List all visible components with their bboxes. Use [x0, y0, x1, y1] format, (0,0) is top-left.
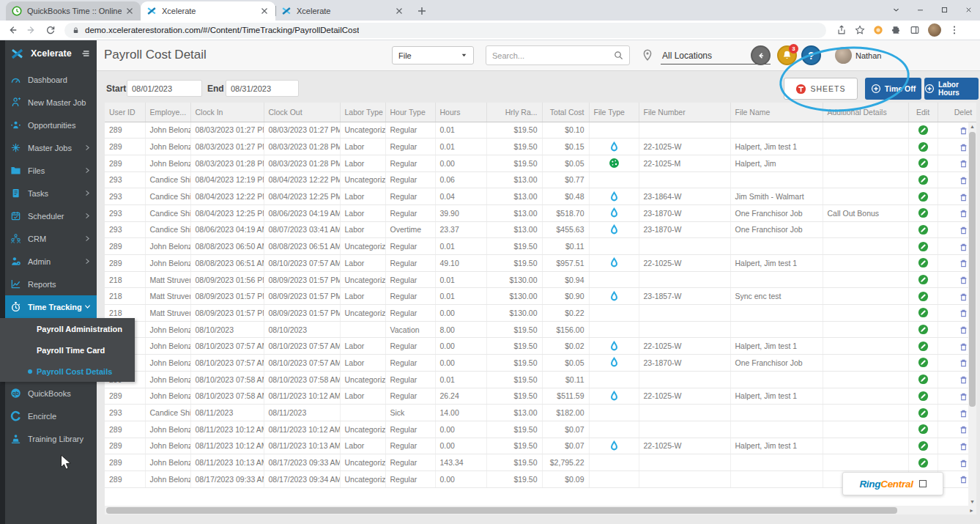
ringcentral-checkbox[interactable] — [919, 480, 927, 487]
delete-icon[interactable] — [958, 407, 969, 418]
edit-icon[interactable] — [918, 374, 929, 385]
sidebar-item-crm[interactable]: CRM — [0, 227, 97, 250]
start-date-input[interactable] — [127, 80, 202, 97]
edit-icon[interactable] — [918, 158, 929, 169]
sidebar-item-training-library[interactable]: Training Library — [0, 427, 97, 450]
sidebar-item-quickbooks[interactable]: qb QuickBooks — [0, 382, 97, 405]
sidebar-item-reports[interactable]: Reports — [0, 273, 97, 295]
sidebar-item-admin[interactable]: Admin — [0, 250, 97, 273]
column-header-hours[interactable]: Hours — [435, 103, 486, 122]
edit-icon[interactable] — [918, 407, 929, 418]
hamburger-menu-icon[interactable] — [81, 49, 91, 58]
column-header-employe[interactable]: Employe... — [145, 103, 190, 122]
delete-icon[interactable] — [958, 158, 969, 169]
browser-menu-icon[interactable] — [949, 25, 959, 35]
end-date-input[interactable] — [226, 80, 299, 97]
side-panel-icon[interactable] — [910, 25, 920, 35]
vertical-scrollbar-thumb[interactable] — [969, 132, 976, 407]
maximize-button[interactable] — [940, 6, 949, 14]
sidebar-item-time-tracking[interactable]: Time Tracking — [0, 295, 97, 318]
search-icon[interactable] — [614, 51, 623, 60]
extension-icon[interactable] — [873, 25, 883, 35]
delete-icon[interactable] — [958, 241, 969, 252]
delete-icon[interactable] — [958, 125, 969, 136]
column-header-total-cost[interactable]: Total Cost — [542, 103, 589, 122]
labor-hours-button[interactable]: Labor Hours — [924, 78, 979, 100]
delete-icon[interactable] — [958, 341, 969, 352]
column-header-file-number[interactable]: File Number — [639, 103, 730, 122]
browser-tab[interactable]: Xcelerate — [275, 1, 410, 21]
url-omnibox[interactable]: demo.xceleraterestoration.com/#/Content/… — [64, 23, 826, 38]
delete-icon[interactable] — [958, 141, 969, 152]
back-icon[interactable] — [7, 25, 18, 35]
delete-icon[interactable] — [958, 257, 969, 268]
sidebar-item-master-jobs[interactable]: Master Jobs — [0, 136, 97, 159]
back-circle-button[interactable] — [751, 45, 771, 65]
tab-close-icon[interactable] — [125, 6, 135, 16]
edit-icon[interactable] — [918, 274, 929, 285]
delete-icon[interactable] — [958, 191, 969, 202]
delete-icon[interactable] — [958, 324, 969, 335]
delete-icon[interactable] — [958, 307, 969, 318]
extensions-puzzle-icon[interactable] — [891, 25, 902, 35]
column-header-clock-in[interactable]: Clock In — [190, 103, 264, 122]
minimize-button[interactable] — [916, 6, 924, 14]
delete-icon[interactable] — [958, 291, 969, 302]
forward-icon[interactable] — [26, 25, 37, 35]
edit-icon[interactable] — [918, 440, 929, 451]
sidebar-sub-item-payroll-administration[interactable]: Payroll Administration — [0, 318, 135, 339]
delete-icon[interactable] — [958, 391, 969, 402]
delete-icon[interactable] — [958, 207, 969, 218]
edit-icon[interactable] — [918, 141, 929, 152]
column-header-clock-out[interactable]: Clock Out — [264, 103, 340, 122]
column-header-hrly-ra[interactable]: Hrly Ra... — [486, 103, 542, 122]
delete-icon[interactable] — [958, 473, 969, 484]
edit-icon[interactable] — [918, 207, 929, 218]
column-header-additional-details[interactable]: Additional Details — [823, 103, 908, 122]
column-header-edit[interactable]: Edit — [908, 103, 938, 122]
edit-icon[interactable] — [918, 357, 929, 368]
scroll-down-icon[interactable]: ▼ — [968, 498, 976, 506]
sidebar-item-encircle[interactable]: Encircle — [0, 405, 97, 427]
tab-search-chevron-icon[interactable] — [892, 6, 900, 14]
delete-icon[interactable] — [958, 274, 969, 285]
edit-icon[interactable] — [918, 174, 929, 185]
column-header-delet[interactable]: Delet — [938, 103, 976, 122]
share-icon[interactable] — [836, 25, 847, 35]
help-button[interactable]: ? — [801, 45, 821, 65]
horizontal-scrollbar[interactable]: ► — [105, 506, 976, 514]
column-header-hour-type[interactable]: Hour Type — [385, 103, 435, 122]
edit-icon[interactable] — [918, 324, 929, 335]
edit-icon[interactable] — [918, 341, 929, 352]
column-header-file-type[interactable]: File Type — [589, 103, 639, 122]
edit-icon[interactable] — [918, 224, 929, 235]
sidebar-item-new-master-job[interactable]: New Master Job — [0, 91, 97, 114]
delete-icon[interactable] — [958, 357, 969, 368]
delete-icon[interactable] — [958, 457, 969, 468]
time-off-button[interactable]: Time Off — [865, 78, 921, 100]
sidebar-item-files[interactable]: Files — [0, 159, 97, 182]
column-header-file-name[interactable]: File Name — [730, 103, 823, 122]
user-avatar[interactable] — [835, 47, 852, 64]
sidebar-item-dashboard[interactable]: Dashboard — [0, 68, 97, 91]
browser-profile-avatar[interactable] — [928, 23, 941, 37]
delete-icon[interactable] — [958, 224, 969, 235]
delete-icon[interactable] — [958, 440, 969, 451]
refresh-icon[interactable] — [45, 25, 56, 35]
sidebar-item-scheduler[interactable]: Scheduler — [0, 204, 97, 227]
scroll-right-icon[interactable]: ► — [968, 506, 976, 514]
tab-close-icon[interactable] — [394, 6, 404, 16]
tab-close-icon[interactable] — [259, 6, 270, 16]
file-dropdown[interactable]: File — [392, 46, 474, 64]
column-header-user-id[interactable]: User ID — [105, 103, 145, 122]
ringcentral-widget[interactable]: RingCentral — [842, 472, 943, 495]
sidebar-item-opportunities[interactable]: Opportunities — [0, 114, 97, 136]
sidebar-sub-item-payroll-cost-details[interactable]: Payroll Cost Details — [0, 361, 135, 382]
delete-icon[interactable] — [958, 374, 969, 385]
tsheets-button[interactable]: SHEETS — [784, 78, 858, 100]
search-input[interactable] — [492, 51, 614, 60]
edit-icon[interactable] — [918, 424, 929, 435]
column-header-labor-type[interactable]: Labor Type — [340, 103, 385, 122]
edit-icon[interactable] — [918, 291, 929, 302]
edit-icon[interactable] — [918, 307, 929, 318]
